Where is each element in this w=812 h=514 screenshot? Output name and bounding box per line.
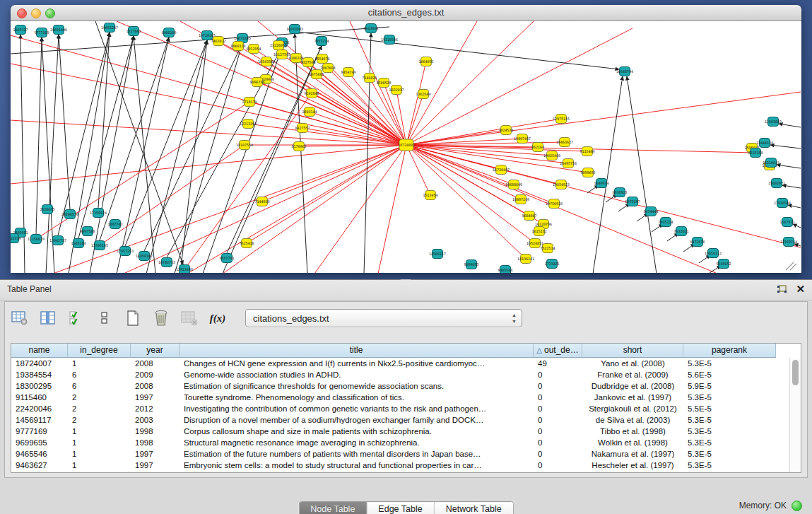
table-cell[interactable]: Structural magnetic resonance image aver…	[180, 437, 534, 448]
table-cell[interactable]: 22420046	[11, 403, 68, 414]
table-row[interactable]: 977716911998Corpus callosum shape and si…	[11, 426, 776, 437]
table-cell[interactable]: 9465546	[11, 448, 68, 460]
table-cell[interactable]: 5.3E-5	[683, 392, 776, 403]
table-row[interactable]: 911546021997Tourette syndrome. Phenomeno…	[11, 392, 776, 403]
table-cell[interactable]: 14569117	[11, 414, 68, 426]
table-cell[interactable]: 0	[534, 380, 582, 392]
show-columns-icon[interactable]	[67, 309, 86, 327]
table-cell[interactable]: Jankovic et al. (1997)	[582, 392, 683, 403]
table-settings-icon[interactable]	[11, 309, 29, 327]
table-cell[interactable]: 0	[534, 437, 582, 448]
table-cell[interactable]: 5.3E-5	[683, 358, 776, 369]
resize-grip-icon[interactable]	[786, 262, 796, 270]
close-traffic-light-icon[interactable]	[17, 8, 27, 18]
new-table-icon[interactable]	[124, 309, 142, 327]
table-cell[interactable]: Embryonic stem cells: a model to study s…	[180, 460, 534, 471]
table-cell[interactable]: 2	[68, 403, 131, 414]
table-row[interactable]: 946362711997Embryonic stem cells: a mode…	[11, 460, 776, 471]
table-cell[interactable]: 18300295	[11, 380, 68, 392]
table-cell[interactable]: 2008	[131, 358, 180, 369]
table-cell[interactable]: Nakamura et al. (1997)	[582, 448, 683, 460]
column-header-name[interactable]: name	[11, 344, 68, 358]
table-cell[interactable]: Disruption of a novel member of a sodium…	[180, 414, 534, 426]
table-cell[interactable]: 1998	[131, 437, 180, 448]
select-columns-icon[interactable]	[39, 309, 57, 327]
table-cell[interactable]: Dudbridge et al. (2008)	[582, 380, 683, 392]
table-cell[interactable]: 9463627	[11, 460, 68, 471]
table-row[interactable]: 1456911722003Disruption of a novel membe…	[11, 414, 776, 426]
column-header-year[interactable]: year	[131, 344, 180, 358]
table-cell[interactable]: Yano et al. (2008)	[582, 358, 683, 369]
column-header-out_de[interactable]: △out_de…	[534, 344, 582, 358]
table-cell[interactable]: 2	[68, 392, 131, 403]
minimize-traffic-light-icon[interactable]	[31, 8, 41, 18]
table-cell[interactable]: Investigating the contribution of common…	[180, 403, 534, 414]
table-cell[interactable]: 1	[68, 437, 131, 448]
table-cell[interactable]: 2012	[131, 403, 180, 414]
table-cell[interactable]: 5.5E-5	[683, 403, 776, 414]
float-window-icon[interactable]	[777, 285, 787, 294]
memory-status-icon[interactable]	[792, 501, 802, 511]
table-cell[interactable]: 9115460	[11, 392, 68, 403]
table-cell[interactable]: Corpus callosum shape and size in male p…	[180, 426, 534, 437]
table-cell[interactable]: 2008	[131, 380, 180, 392]
table-cell[interactable]: 0	[534, 392, 582, 403]
table-cell[interactable]: Estimation of significance thresholds fo…	[180, 380, 534, 392]
table-cell[interactable]: 5.3E-5	[683, 460, 776, 471]
table-cell[interactable]: de Silva et al. (2003)	[582, 414, 683, 426]
table-cell[interactable]: 1	[68, 460, 131, 471]
table-cell[interactable]: 1	[68, 358, 131, 369]
delete-table-icon[interactable]	[152, 309, 170, 327]
table-cell[interactable]: 5.3E-5	[683, 437, 776, 448]
table-cell[interactable]: 1997	[131, 460, 180, 471]
table-cell[interactable]: Genome-wide association studies in ADHD.	[180, 369, 534, 380]
table-cell[interactable]: 9699695	[11, 437, 68, 448]
table-cell[interactable]: 9777169	[11, 426, 68, 437]
table-cell[interactable]: 2	[68, 414, 131, 426]
table-selector-dropdown[interactable]: citations_edges.txt ▲▼	[245, 309, 522, 327]
table-cell[interactable]: 1997	[131, 392, 180, 403]
table-cell[interactable]: 1997	[131, 448, 180, 460]
table-cell[interactable]: 49	[534, 358, 582, 369]
network-window[interactable]: citations_edges.txt 16653279777169206914…	[11, 5, 801, 273]
table-cell[interactable]: 5.6E-5	[683, 369, 776, 380]
table-cell[interactable]: 5.3E-5	[683, 426, 776, 437]
table-cell[interactable]: 5.3E-5	[683, 448, 776, 460]
scrollbar-thumb[interactable]	[792, 360, 799, 385]
table-row[interactable]: 1830029562008Estimation of significance …	[11, 380, 776, 392]
table-cell[interactable]: Wolkin et al. (1998)	[582, 437, 683, 448]
table-row[interactable]: 1938455462009Genome-wide association stu…	[11, 369, 776, 380]
column-header-in_degree[interactable]: in_degree	[68, 344, 131, 358]
vertical-scrollbar[interactable]	[789, 358, 801, 472]
table-cell[interactable]: 0	[534, 403, 582, 414]
table-cell[interactable]: Franke et al. (2009)	[582, 369, 683, 380]
column-header-pagerank[interactable]: pagerank	[683, 344, 776, 358]
table-cell[interactable]: Changes of HCN gene expression and I(f) …	[180, 358, 534, 369]
column-header-short[interactable]: short	[582, 344, 683, 358]
table-cell[interactable]: 5.3E-5	[683, 414, 776, 426]
table-cell[interactable]: 1998	[131, 426, 180, 437]
function-builder-icon[interactable]: f(x)	[208, 309, 227, 327]
table-cell[interactable]: 5.9E-5	[683, 380, 776, 392]
table-cell[interactable]: Estimation of the future numbers of pati…	[180, 448, 534, 460]
table-cell[interactable]: Stergiakouli et al. (2012)	[582, 403, 683, 414]
table-cell[interactable]: 2009	[131, 369, 180, 380]
zoom-traffic-light-icon[interactable]	[45, 8, 55, 18]
network-window-titlebar[interactable]: citations_edges.txt	[11, 5, 801, 21]
table-cell[interactable]: 18724007	[11, 358, 68, 369]
network-graph[interactable]: 1665327977716920691406106532871527602646…	[11, 21, 801, 273]
table-cell[interactable]: Hescheler et al. (1997)	[582, 460, 683, 471]
table-cell[interactable]: 2003	[131, 414, 180, 426]
table-cell[interactable]: Tibbo et al. (1998)	[582, 426, 683, 437]
network-canvas[interactable]: 1665327977716920691406106532871527602646…	[11, 21, 801, 273]
table-cell[interactable]: 0	[534, 460, 582, 471]
table-cell[interactable]: 0	[534, 448, 582, 460]
table-cell[interactable]: 1	[68, 448, 131, 460]
table-cell[interactable]: 1	[68, 426, 131, 437]
table-cell[interactable]: 0	[534, 414, 582, 426]
table-row[interactable]: 2242004622012Investigating the contribut…	[11, 403, 776, 414]
row-height-icon[interactable]	[95, 309, 114, 327]
table-cell[interactable]: 0	[534, 369, 582, 380]
table-row[interactable]: 946554611997Estimation of the future num…	[11, 448, 776, 460]
table-cell[interactable]: 6	[68, 369, 131, 380]
